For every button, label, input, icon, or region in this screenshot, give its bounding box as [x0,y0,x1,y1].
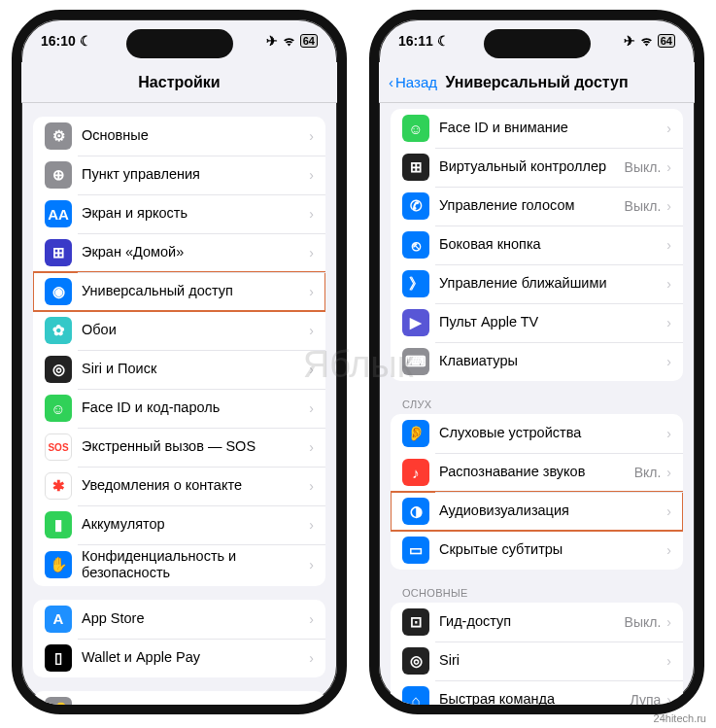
chevron-right-icon: › [309,478,314,494]
row-hearing[interactable]: 👂Слуховые устройства› [391,414,683,453]
battery-icon: ▮ [45,511,72,538]
status-time: 16:10 [41,33,76,49]
row-label: Основные [82,127,309,144]
control-icon: ⊕ [45,161,72,189]
wifi-icon [282,36,296,47]
row-display[interactable]: AAЭкран и яркость› [33,194,325,233]
row-label: Клавиатуры [439,353,666,369]
row-appstore[interactable]: AApp Store› [33,600,325,639]
siri-icon: ◎ [402,647,429,675]
battery-icon: 64 [658,34,675,48]
chevron-right-icon: › [309,439,314,455]
row-gear[interactable]: ⚙Основные› [33,117,325,156]
row-privacy[interactable]: ✋Конфиденциальность и безопасность› [33,544,325,586]
battery-icon: 64 [300,34,318,48]
row-label: Гид-доступ [439,613,625,630]
row-label: Face ID и код-пароль [82,399,309,416]
row-appletv[interactable]: ▶Пульт Apple TV› [391,303,683,342]
home-icon: ⊞ [45,239,72,266]
page-title: Настройки [138,74,220,91]
dnd-icon: ☾ [80,33,92,49]
wallet-icon: ▯ [45,644,72,672]
airplane-icon: ✈ [266,33,278,49]
group-general: ⊡Гид-доступВыкл.›◎Siri›⌂Быстрая командаЛ… [391,603,683,705]
chevron-left-icon: ‹ [389,74,393,90]
notch [484,29,591,58]
chevron-right-icon: › [666,237,671,253]
row-nearby[interactable]: 》Управление ближайшими› [391,264,683,303]
row-label: Экран и яркость [82,205,309,222]
section-header-hearing: СЛУХ [402,399,671,410]
gear-icon: ⚙ [45,122,72,150]
display-icon: AA [45,200,72,227]
subtitles-icon: ▭ [402,537,429,564]
shortcut-icon: ⌂ [402,686,429,705]
row-label: Скрытые субтитры [439,541,666,558]
row-label: Экстренный вызов — SOS [82,438,309,455]
settings-list[interactable]: ⚙Основные›⊕Пункт управления›AAЭкран и яр… [21,103,337,705]
row-siri[interactable]: ◎Siri и Поиск› [33,350,325,389]
chevron-right-icon: › [309,557,314,572]
faceid-icon: ☺ [45,395,72,422]
row-siri[interactable]: ◎Siri› [391,641,683,680]
chevron-right-icon: › [666,315,671,330]
chevron-right-icon: › [666,354,671,369]
row-accessibility[interactable]: ◉Универсальный доступ› [33,272,325,311]
row-label: Siri и Поиск [82,361,309,377]
group-store: AApp Store›▯Wallet и Apple Pay› [33,600,325,677]
siri-icon: ◎ [45,356,72,383]
chevron-right-icon: › [666,276,671,292]
accessibility-icon: ◉ [45,278,72,305]
back-label: Назад [395,74,437,90]
chevron-right-icon: › [309,323,314,338]
accessibility-list[interactable]: ☺Face ID и внимание›⊞Виртуальный контрол… [379,103,695,705]
nearby-icon: 》 [402,270,429,297]
back-button[interactable]: ‹ Назад [389,74,437,90]
row-shortcut[interactable]: ⌂Быстрая командаЛупа› [391,680,683,705]
row-value: Выкл. [625,159,662,175]
airplane-icon: ✈ [624,33,635,49]
row-keyboard[interactable]: ⌨Клавиатуры› [391,342,683,381]
chevron-right-icon: › [666,503,671,519]
chevron-right-icon: › [309,650,314,666]
row-sos[interactable]: SOSЭкстренный вызов — SOS› [33,428,325,467]
chevron-right-icon: › [666,465,671,480]
row-faceid[interactable]: ☺Face ID и код-пароль› [33,389,325,428]
row-subtitles[interactable]: ▭Скрытые субтитры› [391,531,683,570]
row-sound[interactable]: ♪Распознавание звуковВкл.› [391,453,683,492]
row-voice[interactable]: ✆Управление голосомВыкл.› [391,187,683,225]
row-control[interactable]: ⊕Пункт управления› [33,156,325,194]
group-accounts: 🔑Пароли›✉Почта› [33,691,325,705]
row-label: Универсальный доступ [82,283,309,299]
row-label: Аудиовизуализация [439,503,666,519]
row-faceid[interactable]: ☺Face ID и внимание› [391,109,683,148]
row-passwords[interactable]: 🔑Пароли› [33,691,325,705]
row-wallet[interactable]: ▯Wallet и Apple Pay› [33,639,325,677]
row-label: Уведомления о контакте [82,477,309,494]
chevron-right-icon: › [309,517,314,533]
row-wallpaper[interactable]: ✿Обои› [33,311,325,350]
row-audiovis[interactable]: ◑Аудиовизуализация› [391,492,683,531]
row-guided[interactable]: ⊡Гид-доступВыкл.› [391,603,683,641]
chevron-right-icon: › [666,653,671,669]
row-label: Пароли [82,702,309,705]
row-value: Лупа [631,692,662,705]
row-virtual[interactable]: ⊞Виртуальный контроллерВыкл.› [391,148,683,187]
row-sidebutton[interactable]: ⎋Боковая кнопка› [391,225,683,264]
row-home[interactable]: ⊞Экран «Домой»› [33,233,325,272]
wallpaper-icon: ✿ [45,317,72,344]
chevron-right-icon: › [666,542,671,558]
hearing-icon: 👂 [402,420,429,447]
row-label: Siri [439,652,666,669]
voice-icon: ✆ [402,192,429,220]
chevron-right-icon: › [309,284,314,299]
chevron-right-icon: › [309,245,314,260]
row-label: Face ID и внимание [439,120,666,136]
group-motor: ☺Face ID и внимание›⊞Виртуальный контрол… [391,109,683,381]
row-exposure[interactable]: ✱Уведомления о контакте› [33,467,325,505]
chevron-right-icon: › [666,426,671,441]
privacy-icon: ✋ [45,551,72,578]
status-time: 16:11 [398,33,433,49]
row-battery[interactable]: ▮Аккумулятор› [33,505,325,544]
chevron-right-icon: › [309,167,314,183]
